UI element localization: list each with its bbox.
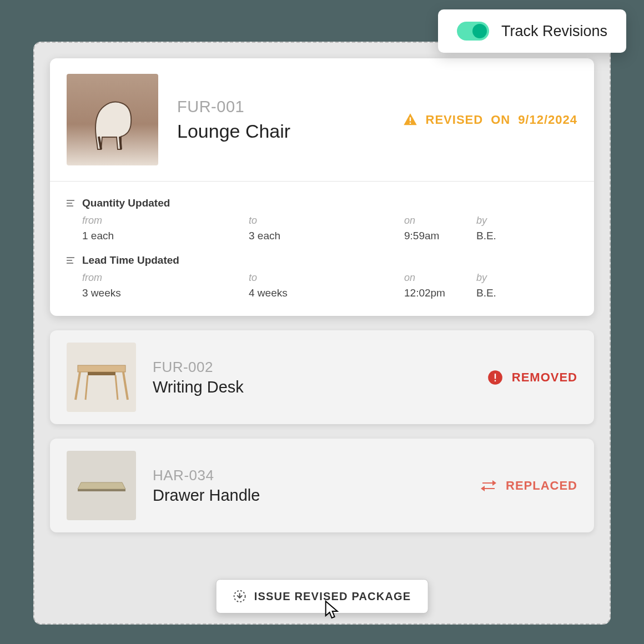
item-sku: HAR-034 bbox=[153, 467, 300, 484]
changes-section: Quantity Updated from to on by 1 each 3 … bbox=[50, 182, 594, 316]
svg-rect-9 bbox=[88, 372, 115, 375]
to-value: 4 weeks bbox=[249, 287, 404, 299]
track-revisions-label: Track Revisions bbox=[501, 23, 607, 40]
item-sku: FUR-002 bbox=[153, 359, 303, 376]
on-label: on bbox=[404, 272, 476, 284]
track-revisions-control: Track Revisions bbox=[438, 9, 626, 53]
svg-line-11 bbox=[123, 372, 128, 400]
change-row: Lead Time Updated from to on by 3 weeks … bbox=[67, 254, 577, 299]
on-label: on bbox=[404, 215, 476, 227]
cursor-icon bbox=[324, 600, 341, 620]
toggle-knob bbox=[472, 24, 487, 38]
change-title-text: Lead Time Updated bbox=[82, 254, 179, 266]
revisions-panel: Track Revisions FUR-001 Lounge Chair bbox=[33, 42, 611, 625]
status-label: REVISED bbox=[426, 113, 484, 127]
list-icon bbox=[67, 256, 76, 265]
change-grid: from to on by 1 each 3 each 9:59am B.E. bbox=[82, 215, 577, 242]
svg-rect-16 bbox=[495, 380, 496, 381]
issue-revised-package-button[interactable]: ISSUE REVISED PACKAGE bbox=[216, 579, 429, 613]
item-thumbnail bbox=[67, 343, 136, 412]
revised-on-label: ON bbox=[491, 113, 510, 127]
svg-rect-3 bbox=[67, 203, 72, 204]
item-thumbnail bbox=[67, 74, 158, 165]
warning-triangle-icon bbox=[402, 112, 418, 128]
to-label: to bbox=[249, 272, 404, 284]
item-sku: FUR-001 bbox=[177, 98, 384, 116]
handle-icon bbox=[71, 464, 132, 508]
change-row: Quantity Updated from to on by 1 each 3 … bbox=[67, 197, 577, 242]
on-value: 12:02pm bbox=[404, 287, 476, 299]
by-label: by bbox=[476, 215, 526, 227]
svg-rect-5 bbox=[67, 257, 74, 258]
desk-icon bbox=[71, 350, 132, 405]
item-meta: FUR-001 Lounge Chair bbox=[177, 98, 384, 142]
svg-rect-8 bbox=[78, 365, 125, 372]
svg-rect-4 bbox=[67, 205, 73, 207]
svg-line-13 bbox=[115, 375, 118, 400]
svg-rect-17 bbox=[78, 489, 125, 491]
item-card-removed[interactable]: FUR-002 Writing Desk REMOVED bbox=[50, 330, 594, 424]
change-grid: from to on by 3 weeks 4 weeks 12:02pm B.… bbox=[82, 272, 577, 299]
item-thumbnail bbox=[67, 451, 136, 520]
svg-rect-0 bbox=[409, 117, 410, 121]
from-value: 3 weeks bbox=[82, 287, 249, 299]
item-name: Writing Desk bbox=[153, 378, 303, 396]
status-replaced: REPLACED bbox=[480, 478, 577, 494]
item-name: Lounge Chair bbox=[177, 120, 384, 142]
svg-rect-1 bbox=[409, 122, 410, 123]
chair-icon bbox=[77, 84, 149, 156]
svg-line-10 bbox=[76, 372, 80, 400]
item-card-replaced[interactable]: HAR-034 Drawer Handle REPLACED bbox=[50, 439, 594, 532]
to-label: to bbox=[249, 215, 404, 227]
change-title: Quantity Updated bbox=[67, 197, 577, 209]
svg-rect-7 bbox=[67, 263, 73, 264]
track-revisions-toggle[interactable] bbox=[457, 22, 489, 41]
svg-line-12 bbox=[85, 375, 88, 400]
download-circle-icon bbox=[233, 590, 246, 603]
list-icon bbox=[67, 199, 76, 208]
to-value: 3 each bbox=[249, 230, 404, 242]
status-removed: REMOVED bbox=[487, 370, 577, 385]
svg-rect-2 bbox=[67, 200, 74, 201]
status-label: REMOVED bbox=[512, 370, 577, 385]
change-title: Lead Time Updated bbox=[67, 254, 577, 266]
item-card-header: FUR-001 Lounge Chair REVISED ON 9/12/202… bbox=[50, 58, 594, 181]
item-meta: HAR-034 Drawer Handle bbox=[153, 467, 300, 505]
status-revised: REVISED ON 9/12/2024 bbox=[402, 112, 577, 128]
on-value: 9:59am bbox=[404, 230, 476, 242]
item-name: Drawer Handle bbox=[153, 486, 300, 505]
swap-arrows-icon bbox=[480, 478, 497, 494]
from-label: from bbox=[82, 215, 249, 227]
from-value: 1 each bbox=[82, 230, 249, 242]
status-label: REPLACED bbox=[506, 479, 577, 493]
by-value: B.E. bbox=[476, 287, 526, 299]
by-label: by bbox=[476, 272, 526, 284]
svg-rect-15 bbox=[495, 374, 496, 379]
item-card-revised[interactable]: FUR-001 Lounge Chair REVISED ON 9/12/202… bbox=[50, 58, 594, 316]
from-label: from bbox=[82, 272, 249, 284]
change-title-text: Quantity Updated bbox=[82, 197, 170, 209]
by-value: B.E. bbox=[476, 230, 526, 242]
error-circle-icon bbox=[487, 370, 503, 385]
revised-date: 9/12/2024 bbox=[518, 113, 577, 127]
svg-rect-6 bbox=[67, 260, 72, 261]
item-meta: FUR-002 Writing Desk bbox=[153, 359, 303, 396]
